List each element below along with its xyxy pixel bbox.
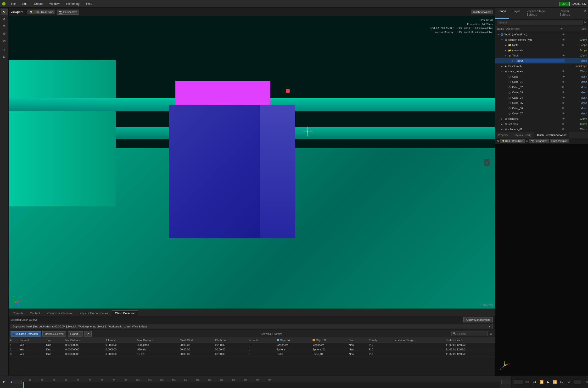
stage-filter-btn[interactable]: ⚙	[584, 21, 586, 24]
tree-eye-Cube_06[interactable]: 👁	[562, 107, 565, 110]
menu-help[interactable]: Help	[85, 1, 94, 6]
tree-toggle-Cube_02[interactable]	[504, 85, 508, 89]
tree-toggle-Torus[interactable]: ▸	[504, 54, 508, 57]
run-clash-detection-btn[interactable]: Run Clash Detection	[11, 331, 41, 337]
skip-start-btn[interactable]: ⏮	[532, 380, 537, 384]
tree-item-static_cubes[interactable]: ▾ ⊞ static_cubes 👁 Xform	[495, 69, 588, 74]
tree-toggle-Cube_05[interactable]	[504, 101, 508, 105]
timeline-track[interactable]	[23, 382, 500, 388]
tree-toggle-cilinders_01[interactable]: ▸	[500, 127, 504, 131]
tree-eye-Cube_02[interactable]: 👁	[562, 86, 565, 89]
tree-eye-Cube_01[interactable]: 👁	[562, 80, 565, 83]
tree-item-PushGraph[interactable]: ▸ ◈ PushGraph OmniGraph	[495, 63, 588, 69]
menu-file[interactable]: File	[10, 1, 17, 6]
tree-eye-cilinders_01[interactable]: 👁	[562, 128, 565, 131]
menu-window[interactable]: Window	[48, 1, 61, 6]
tree-item-cilinders[interactable]: ▸ ⊞ cilinders 👁 Xform	[495, 116, 588, 121]
table-row[interactable]: 2 Yes Dup 0.00000000 0.000000 960 tris 0…	[9, 347, 495, 352]
tree-eye-Cube_03[interactable]: 👁	[562, 91, 565, 94]
tree-toggle-materials[interactable]: ▸	[504, 48, 508, 52]
play-btn[interactable]: ▶	[546, 380, 550, 384]
tab-clash-detection[interactable]: Clash Detection	[112, 311, 138, 316]
rtx-realtime-btn[interactable]: 💡 RTX - Real-Time	[27, 10, 55, 14]
rotate-tool[interactable]: ⟳	[1, 23, 8, 30]
tree-item-Cube_06[interactable]: ⬡ Cube_06 👁 Mesh	[495, 106, 588, 111]
play-tool[interactable]: ▷	[1, 46, 8, 53]
fps-input-field[interactable]: 60	[574, 380, 581, 384]
export-btn[interactable]: Export...	[68, 331, 83, 337]
tab-physics-demo-scenes[interactable]: Physics Demo Scenes	[76, 311, 111, 316]
clash-viewport-btn[interactable]: Clash Viewport	[471, 10, 493, 14]
stage-tab-layer[interactable]: Layer	[509, 8, 523, 19]
clash-search-input[interactable]	[457, 333, 486, 335]
tree-toggle-Cube[interactable]	[504, 75, 508, 78]
tree-toggle-cilinder_sphere_wire[interactable]: ▾	[500, 38, 504, 42]
tree-item-Cube_01[interactable]: ⬡ Cube_01 👁 Mesh	[495, 79, 588, 84]
delete-selected-btn[interactable]: Delete Selected	[42, 331, 66, 337]
frame-end-input[interactable]: 200	[501, 380, 510, 384]
tree-toggle-static_cubes[interactable]: ▾	[500, 70, 504, 73]
tree-eye-Cube[interactable]: 👁	[562, 75, 565, 78]
tree-eye-cilinders[interactable]: 👁	[562, 117, 565, 120]
tree-item-world[interactable]: ▾ 🌐 World (defaultPrim) 👁	[495, 32, 588, 37]
tree-toggle-spheres[interactable]: ▸	[500, 122, 504, 126]
query-management-btn[interactable]: Query Management	[463, 317, 493, 322]
tab-physics-test-runner[interactable]: Physics Test Runner	[44, 311, 76, 316]
tree-eye-Cube_07[interactable]: 👁	[562, 112, 565, 115]
menu-rendering[interactable]: Rendering	[65, 1, 81, 6]
move-tool[interactable]: ✥	[1, 16, 8, 23]
perspective-toggle-btn[interactable]: 📷 Perspective	[57, 10, 79, 15]
tree-toggle-lights[interactable]: ▸	[504, 43, 508, 47]
tree-item-Cube_07[interactable]: ⬡ Cube_07 👁 Mesh	[495, 111, 588, 116]
tree-toggle-PushGraph[interactable]: ▸	[500, 64, 504, 68]
tree-toggle-cilinders[interactable]: ▸	[500, 117, 504, 121]
right-tab-property[interactable]: Property	[495, 132, 511, 138]
tree-eye-static_cubes[interactable]: 👁	[562, 70, 565, 73]
loop-btn[interactable]: ⏯	[566, 380, 571, 384]
frame-start-input[interactable]: 0	[13, 380, 22, 384]
tree-toggle-Cube_06[interactable]	[504, 106, 508, 110]
tree-item-Cube_03[interactable]: ⬡ Cube_03 👁 Mesh	[495, 90, 588, 95]
tree-eye-Cube_05[interactable]: 👁	[562, 101, 565, 104]
tree-item-lights[interactable]: ▸ 📁 lights 👁 Scope	[495, 42, 588, 48]
tree-eye-spheres[interactable]: 👁	[562, 122, 565, 125]
frame-current-input[interactable]: 0	[514, 380, 523, 384]
tree-item-Cube[interactable]: ⬡ Cube 👁 Mesh	[495, 74, 588, 79]
tree-item-Torus[interactable]: ▸ ⊞ Torus 👁 Xform	[495, 53, 588, 58]
rv-clash-viewport-btn[interactable]: Clash Viewport	[550, 139, 569, 143]
tree-toggle-Torus_mesh[interactable]	[508, 59, 511, 63]
stage-tab-render-settings[interactable]: Render Settings	[556, 8, 582, 19]
step-forward-btn[interactable]: ⏩	[552, 380, 558, 384]
refresh-btn[interactable]: ⟳	[84, 331, 92, 337]
right-tab-clash-detection-viewport[interactable]: Clash Detection Viewport	[534, 132, 569, 138]
table-row[interactable]: 1 Yes Dup 0.00000000 0.000000 46080 tris…	[9, 343, 495, 347]
rv-rtx-btn[interactable]: 💡 RTX - Real-Time	[500, 139, 525, 143]
settings-tool[interactable]: ⚙	[1, 53, 8, 60]
tab-console[interactable]: Console	[10, 311, 26, 316]
tree-item-Cube_05[interactable]: ⬡ Cube_05 👁 Mesh	[495, 100, 588, 106]
tree-item-materials[interactable]: ▸ 📁 materials Scope	[495, 48, 588, 53]
rv-perspective-btn[interactable]: 📷 Perspective	[529, 139, 548, 143]
menu-edit[interactable]: Edit	[21, 1, 29, 6]
select-tool[interactable]: ↖	[1, 9, 8, 15]
tree-item-spheres[interactable]: ▸ ⊞ spheres 👁 Xform	[495, 121, 588, 127]
tree-toggle-Cube_01[interactable]	[504, 80, 508, 84]
tree-item-Torus_mesh[interactable]: ⬡ Torus Mesh	[495, 58, 588, 63]
tree-eye-Cube_04[interactable]: 👁	[562, 96, 565, 99]
tree-toggle-world[interactable]: ▾	[496, 33, 500, 36]
stage-tab-physics-settings[interactable]: Physics Stage Settings	[523, 8, 556, 19]
stage-search-input[interactable]	[497, 20, 583, 25]
right-tab-physics-debug[interactable]: Physics Debug	[511, 132, 534, 138]
tree-eye-world[interactable]: 👁	[562, 33, 565, 36]
viewport-next-btn[interactable]: ›	[484, 159, 490, 166]
stage-filter-icon[interactable]: ⚙	[582, 8, 588, 19]
tree-toggle-Cube_07[interactable]	[504, 112, 508, 115]
scale-tool[interactable]: ⊠	[1, 37, 8, 44]
tree-eye-lights[interactable]: 👁	[562, 44, 565, 47]
tree-item-Cube_04[interactable]: ⬡ Cube_04 👁 Mesh	[495, 95, 588, 100]
tab-content[interactable]: Content	[27, 311, 43, 316]
menu-create[interactable]: Create	[33, 1, 44, 6]
tree-item-cilinders_01[interactable]: ▸ ⊞ cilinders_01 👁 Xform	[495, 127, 588, 132]
tree-toggle-Cube_03[interactable]	[504, 91, 508, 94]
tree-item-Cube_02[interactable]: ⬡ Cube_02 👁 Mesh	[495, 84, 588, 90]
